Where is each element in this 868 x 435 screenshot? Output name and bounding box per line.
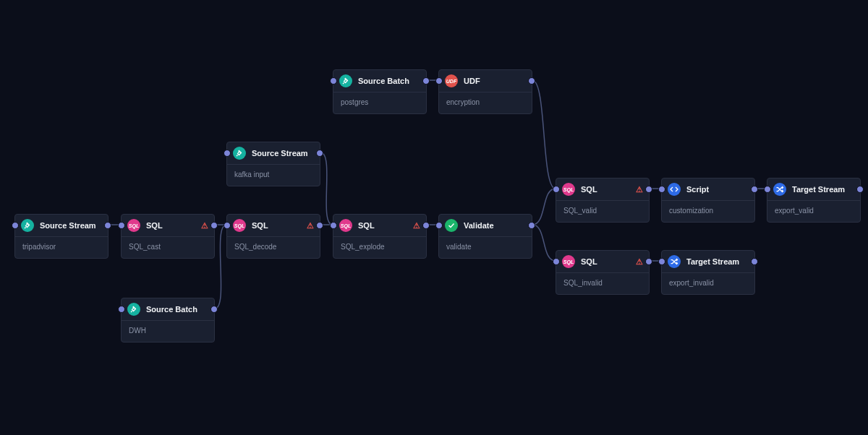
- input-port[interactable]: [224, 150, 231, 157]
- node-subtitle: SQL_valid: [556, 200, 649, 222]
- node-subtitle: encryption: [439, 92, 532, 113]
- edge-n8-n10: [532, 189, 556, 225]
- node-subtitle: SQL_explode: [333, 236, 426, 258]
- output-port[interactable]: [210, 222, 218, 229]
- node-title: Target Stream: [792, 185, 854, 194]
- input-port[interactable]: [553, 258, 560, 265]
- node-n10[interactable]: SQLSQL⚠SQL_valid: [556, 178, 650, 223]
- warning-icon: ⚠: [307, 221, 314, 231]
- node-subtitle: DWH: [122, 320, 214, 342]
- node-n7[interactable]: Source Batchpostgres: [333, 69, 427, 114]
- node-title: SQL: [581, 257, 630, 266]
- source-icon: [21, 219, 34, 232]
- target-icon: [773, 183, 786, 196]
- warning-icon: ⚠: [636, 185, 643, 194]
- output-port[interactable]: [645, 186, 652, 193]
- node-n14[interactable]: Target Streamexport_valid: [767, 178, 861, 223]
- node-n4[interactable]: SQLSQL⚠SQL_decode: [226, 214, 320, 259]
- node-n8[interactable]: Validatevalidate: [438, 214, 532, 259]
- output-port[interactable]: [210, 306, 218, 313]
- edge-n9-n10: [532, 80, 556, 189]
- script-icon: [668, 183, 681, 196]
- warning-icon: ⚠: [201, 221, 208, 231]
- output-port[interactable]: [645, 258, 652, 265]
- node-subtitle: export_invalid: [662, 272, 754, 294]
- node-n12[interactable]: Scriptcustomization: [661, 178, 755, 223]
- node-title: Source Stream: [252, 149, 314, 158]
- node-n2[interactable]: SQLSQL⚠SQL_cast: [121, 214, 215, 259]
- node-subtitle: validate: [439, 236, 532, 258]
- input-port[interactable]: [658, 186, 665, 193]
- output-port[interactable]: [316, 150, 323, 157]
- node-subtitle: export_valid: [767, 200, 860, 222]
- input-port[interactable]: [553, 186, 560, 193]
- node-subtitle: kafka input: [227, 164, 320, 186]
- sql-icon: SQL: [233, 219, 246, 232]
- input-port[interactable]: [12, 222, 19, 229]
- input-port[interactable]: [330, 222, 337, 229]
- node-subtitle: postgres: [333, 92, 426, 113]
- sql-icon: SQL: [127, 219, 140, 232]
- node-subtitle: tripadvisor: [15, 236, 108, 258]
- node-n11[interactable]: SQLSQL⚠SQL_invalid: [556, 250, 650, 295]
- sql-icon: SQL: [562, 183, 575, 196]
- input-port[interactable]: [118, 222, 125, 229]
- pipeline-canvas[interactable]: Source StreamtripadvisorSQLSQL⚠SQL_castS…: [0, 0, 868, 435]
- source-icon: [339, 74, 352, 87]
- input-port[interactable]: [764, 186, 771, 193]
- node-n1[interactable]: Source Streamtripadvisor: [14, 214, 109, 259]
- node-title: SQL: [581, 185, 630, 194]
- node-title: SQL: [252, 221, 301, 230]
- output-port[interactable]: [528, 222, 535, 229]
- node-title: Target Stream: [686, 257, 749, 266]
- output-port[interactable]: [528, 77, 535, 85]
- udf-icon: UDF: [445, 74, 458, 87]
- sql-icon: SQL: [562, 255, 575, 268]
- source-icon: [127, 303, 140, 316]
- node-title: SQL: [358, 221, 407, 230]
- edge-n8-n11: [532, 225, 556, 261]
- node-n13[interactable]: Target Streamexport_invalid: [661, 250, 755, 295]
- node-title: SQL: [146, 221, 195, 230]
- node-subtitle: SQL_invalid: [556, 272, 649, 294]
- sql-icon: SQL: [339, 219, 352, 232]
- node-title: UDF: [464, 77, 526, 85]
- node-title: Source Batch: [358, 77, 420, 85]
- warning-icon: ⚠: [413, 221, 420, 231]
- target-icon: [668, 255, 681, 268]
- node-subtitle: customization: [662, 200, 754, 222]
- input-port[interactable]: [435, 222, 443, 229]
- node-n9[interactable]: UDFUDFencryption: [438, 69, 532, 114]
- output-port[interactable]: [856, 186, 864, 193]
- source-icon: [233, 147, 246, 160]
- output-port[interactable]: [422, 77, 430, 85]
- warning-icon: ⚠: [636, 257, 643, 267]
- validate-icon: [445, 219, 458, 232]
- output-port[interactable]: [316, 222, 323, 229]
- node-title: Source Stream: [40, 221, 102, 230]
- edge-n3-n4: [215, 225, 226, 309]
- input-port[interactable]: [658, 258, 665, 265]
- output-port[interactable]: [751, 258, 758, 265]
- node-title: Script: [686, 185, 749, 194]
- input-port[interactable]: [224, 222, 231, 229]
- node-n3[interactable]: Source BatchDWH: [121, 298, 215, 343]
- node-n5[interactable]: Source Streamkafka input: [226, 142, 320, 186]
- input-port[interactable]: [330, 77, 337, 85]
- input-port[interactable]: [435, 77, 443, 85]
- node-subtitle: SQL_cast: [122, 236, 214, 258]
- output-port[interactable]: [422, 222, 430, 229]
- input-port[interactable]: [118, 306, 125, 313]
- node-title: Source Batch: [146, 305, 208, 314]
- node-subtitle: SQL_decode: [227, 236, 320, 258]
- edge-n5-n6: [320, 152, 333, 225]
- node-title: Validate: [464, 221, 526, 230]
- output-port[interactable]: [751, 186, 758, 193]
- output-port[interactable]: [104, 222, 111, 229]
- node-n6[interactable]: SQLSQL⚠SQL_explode: [333, 214, 427, 259]
